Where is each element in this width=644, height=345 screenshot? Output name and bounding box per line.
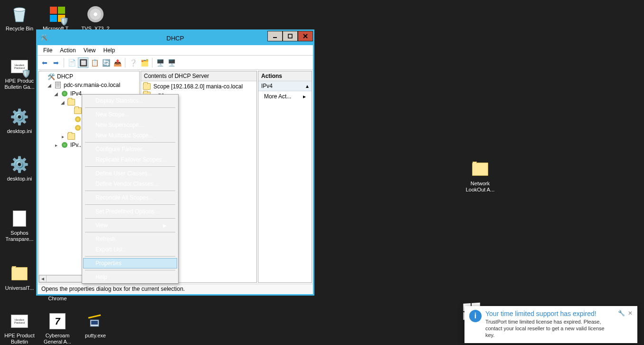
forward-button[interactable]: ➡ [51, 58, 61, 68]
titlebar[interactable]: 🛠️ DHCP [38, 31, 313, 45]
expand-toggle[interactable]: ▸ [60, 134, 66, 139]
menu-item[interactable]: Refresh [83, 234, 177, 244]
shield-icon: 🛡️ [21, 69, 31, 78]
back-button[interactable]: ⬅ [39, 58, 50, 68]
desktop-icon-tvs[interactable]: TVS_X73_2 [78, 4, 113, 32]
folder-icon [67, 133, 75, 140]
close-button[interactable] [298, 31, 313, 41]
menu-help[interactable]: Help [100, 46, 119, 55]
menu-separator [85, 232, 175, 232]
minimize-button[interactable] [267, 31, 283, 41]
menu-item-label: Define User Classes... [95, 170, 152, 177]
toolbar-icon[interactable]: 📄 [66, 58, 77, 68]
expand-toggle[interactable]: ▸ [53, 143, 59, 148]
menu-item[interactable]: Help [83, 272, 177, 282]
actions-header: Actions [258, 71, 312, 81]
menu-item[interactable]: Export List... [83, 244, 177, 255]
notification-toast[interactable]: i Your time limited support has expired!… [464, 306, 637, 343]
toolbar-icon[interactable]: 🖥️ [155, 58, 165, 68]
list-header: Contents of DHCP Server [141, 71, 256, 81]
list-item-label: Scope [192.168.2.0] mania-co.local [153, 83, 243, 90]
list-item[interactable]: Scope [192.168.2.0] mania-co.local [143, 82, 255, 91]
menu-item[interactable]: Define User Classes... [83, 168, 177, 179]
tiles-icon: 🛡️ [47, 4, 68, 25]
menu-item[interactable]: New Superscope... [83, 120, 177, 130]
menu-item[interactable]: Properties [83, 258, 177, 268]
menu-separator [85, 142, 175, 143]
refresh-icon[interactable]: 🔄 [101, 58, 111, 68]
menu-item-label: New Scope... [95, 111, 129, 118]
tree-node[interactable]: ◢pdc-srv.mania-co.local [40, 81, 138, 89]
export-icon[interactable]: 📤 [112, 58, 123, 68]
desktop-icon-universal[interactable]: UniversalT... [2, 263, 37, 291]
desktop-icon-desktop-ini-2[interactable]: ⚙️ desktop.ini [2, 154, 37, 182]
tree-node-label: pdc-srv.mania-co.local [64, 82, 120, 88]
expand-toggle[interactable]: ◢ [60, 100, 66, 105]
green-icon [61, 141, 68, 149]
toast-close-icon[interactable]: ✕ [628, 310, 633, 338]
toolbar-icon[interactable]: 🔲 [78, 58, 88, 68]
menu-item[interactable]: Define Vendor Classes... [83, 179, 177, 189]
actions-group[interactable]: IPv4 ▴ [258, 81, 312, 91]
toast-settings-icon[interactable]: 🔧 [618, 310, 625, 338]
menu-item-label: Replicate Failover Scopes... [95, 156, 166, 163]
actions-item-label: More Act... [264, 93, 291, 100]
toast-message: TrustPort time limited license has expir… [485, 318, 612, 338]
disc-icon [85, 4, 106, 25]
context-menu: Display Statistics...New Scope...New Sup… [82, 94, 179, 284]
desktop-icon-sophos[interactable]: Sophos Transpare... [2, 208, 37, 242]
tree-node[interactable]: 🛠️DHCP [40, 72, 138, 81]
desktop-icon-desktop-ini-1[interactable]: ⚙️ desktop.ini [2, 106, 37, 134]
menu-item[interactable]: New Scope... [83, 109, 177, 120]
desktop-icon-hpe-bulletin[interactable]: Hewlett Packard HPE Product Bulletin [2, 311, 37, 345]
menu-item[interactable]: View▶ [83, 220, 177, 230]
chevron-right-icon: ▶ [163, 223, 167, 228]
dhcp-icon: 🛠️ [47, 73, 55, 80]
menu-item[interactable]: Configure Failover... [83, 144, 177, 154]
desktop-icon-microsoft[interactable]: 🛡️ Microsoft T... [40, 4, 75, 32]
menu-item-label: New Superscope... [95, 122, 143, 128]
expand-toggle[interactable]: ◢ [53, 91, 59, 96]
menu-item[interactable]: Replicate Failover Scopes... [83, 154, 177, 165]
expand-toggle[interactable]: ◢ [47, 83, 52, 88]
yellow-icon [74, 124, 82, 132]
putty-icon [85, 311, 106, 332]
menu-view[interactable]: View [80, 46, 100, 55]
menu-item-label: New Multicast Scope... [95, 132, 153, 139]
gear-file-icon: ⚙️ [9, 106, 30, 127]
toolbar-icon[interactable]: 🗂️ [139, 58, 150, 68]
help-icon[interactable]: ❔ [128, 58, 138, 68]
desktop-icon-putty[interactable]: putty.exe [78, 311, 113, 339]
menu-item[interactable]: Display Statistics... [83, 96, 177, 106]
tree-node-label: IPv4 [70, 90, 82, 97]
icon-label: UniversalT... [5, 285, 34, 291]
toolbar-icon[interactable]: 📋 [89, 58, 100, 68]
menu-action[interactable]: Action [56, 46, 79, 55]
svg-point-0 [14, 8, 25, 11]
menubar: File Action View Help [38, 45, 313, 56]
desktop-icon-cyberoam[interactable]: 7 Cyberoam General A... [40, 311, 75, 345]
collapse-icon[interactable]: ▴ [306, 83, 309, 89]
folder-icon [74, 107, 82, 115]
toolbar-icon[interactable]: 🖥️ [166, 58, 177, 68]
menu-item-label: Export List... [95, 246, 127, 253]
actions-more[interactable]: More Act... ▸ [258, 91, 312, 102]
file-icon [9, 208, 30, 229]
tree-node-label: DHCP [57, 73, 73, 80]
desktop-icon-hpe-ga[interactable]: Hewlett Packard🛡️ HPE Produc Bulletin Ga… [2, 56, 37, 90]
menu-item[interactable]: Reconcile All Scopes... [83, 192, 177, 203]
menu-item-label: View [95, 222, 108, 229]
maximize-button[interactable] [283, 31, 298, 41]
desktop-icon-network-lookout[interactable]: Network LookOut A... [463, 159, 498, 193]
server-icon [54, 81, 62, 89]
menu-item[interactable]: New Multicast Scope... [83, 130, 177, 141]
app-icon: 7 [47, 311, 68, 332]
menu-item[interactable]: Set Predefined Options... [83, 206, 177, 217]
menu-item-label: Configure Failover... [95, 146, 146, 153]
menu-file[interactable]: File [39, 46, 56, 55]
menu-separator [85, 218, 175, 219]
menu-separator [85, 191, 175, 191]
folder-icon [9, 263, 30, 284]
desktop-icon-recycle-bin[interactable]: Recycle Bin [2, 4, 37, 32]
scroll-left-icon[interactable]: ◄ [39, 275, 47, 282]
